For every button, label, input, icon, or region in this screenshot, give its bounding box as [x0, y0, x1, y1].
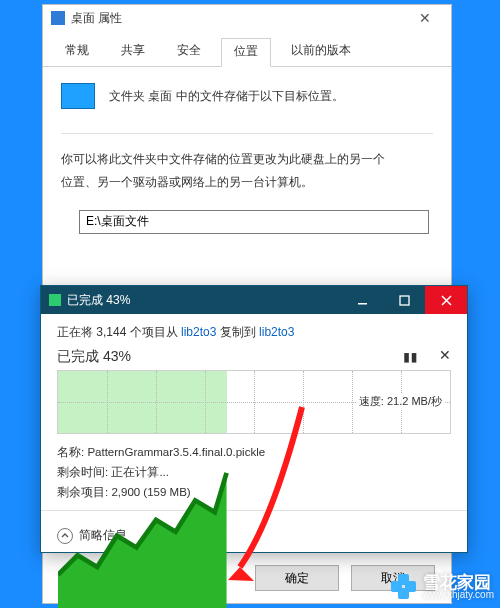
path-input[interactable]	[79, 210, 429, 234]
tab-general[interactable]: 常规	[53, 38, 101, 67]
cancel-transfer-button[interactable]: ✕	[439, 347, 451, 366]
minimize-button[interactable]	[341, 286, 383, 314]
tab-security[interactable]: 安全	[165, 38, 213, 67]
watermark-url: www.xhjaty.com	[423, 590, 494, 601]
source-link[interactable]: lib2to3	[181, 325, 216, 339]
progress-text: 已完成 43%	[57, 348, 131, 366]
tab-location[interactable]: 位置	[221, 38, 271, 67]
transfer-summary: 正在将 3,144 个项目从 lib2to3 复制到 lib2to3	[57, 324, 451, 341]
watermark: 雪花家园 www.xhjaty.com	[391, 574, 494, 600]
description-text: 你可以将此文件夹中文件存储的位置更改为此硬盘上的另一个 位置、另一个驱动器或网络…	[61, 148, 433, 194]
copy-body: 正在将 3,144 个项目从 lib2to3 复制到 lib2to3 已完成 4…	[41, 314, 467, 519]
speed-chart: 速度: 21.2 MB/秒	[57, 370, 451, 434]
drive-icon	[61, 83, 95, 109]
svg-rect-1	[400, 296, 409, 305]
svg-rect-0	[358, 303, 367, 305]
speed-label: 速度: 21.2 MB/秒	[357, 393, 444, 410]
maximize-button[interactable]	[383, 286, 425, 314]
properties-tabs: 常规 共享 安全 位置 以前的版本	[43, 31, 451, 67]
copy-titlebar[interactable]: 已完成 43%	[41, 286, 467, 314]
folder-icon	[51, 11, 65, 25]
dest-link[interactable]: lib2to3	[259, 325, 294, 339]
window-title: 桌面 属性	[71, 10, 122, 27]
tab-sharing[interactable]: 共享	[109, 38, 157, 67]
copy-app-icon	[49, 294, 61, 306]
tab-previous[interactable]: 以前的版本	[279, 38, 363, 67]
info-text: 文件夹 桌面 中的文件存储于以下目标位置。	[109, 88, 344, 105]
pause-button[interactable]: ▮▮	[402, 347, 417, 366]
close-button[interactable]: ✕	[407, 7, 443, 29]
close-button[interactable]	[425, 286, 467, 314]
properties-titlebar[interactable]: 桌面 属性 ✕	[43, 5, 451, 31]
copy-title: 已完成 43%	[67, 292, 130, 309]
copy-dialog: 已完成 43% 正在将 3,144 个项目从 lib2to3 复制到 lib2t…	[40, 285, 468, 553]
watermark-logo-icon	[391, 574, 417, 600]
